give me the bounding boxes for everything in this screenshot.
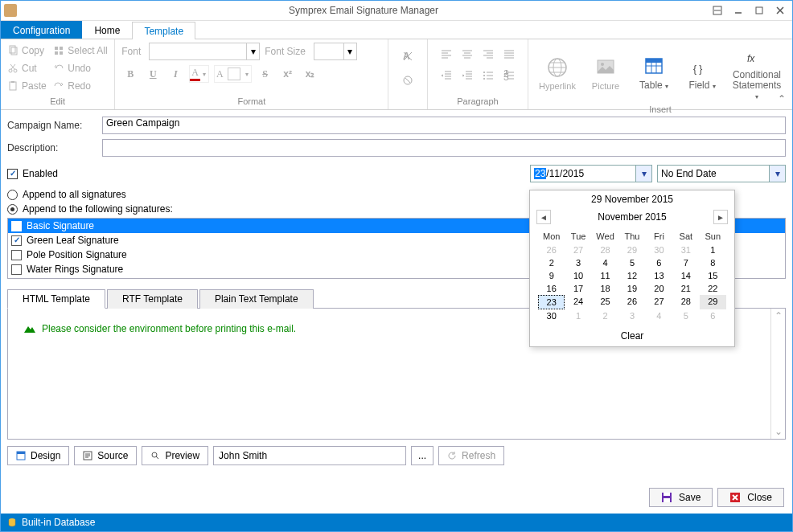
- calendar-day[interactable]: 27: [646, 295, 672, 309]
- number-list-button[interactable]: 123: [500, 67, 518, 84]
- browse-button[interactable]: ...: [411, 446, 433, 465]
- calendar-day[interactable]: 20: [646, 282, 672, 295]
- calendar-day[interactable]: 2: [592, 309, 618, 322]
- calendar-next-button[interactable]: ►: [713, 210, 728, 224]
- tab-html-template[interactable]: HTML Template: [7, 289, 105, 309]
- calendar-day[interactable]: 29: [618, 243, 645, 256]
- close-button[interactable]: Close: [717, 488, 784, 507]
- calendar-day[interactable]: 5: [672, 309, 699, 322]
- end-date-combo[interactable]: No End Date ▾: [657, 165, 786, 182]
- calendar-day[interactable]: 2: [538, 256, 565, 269]
- calendar-day[interactable]: 4: [592, 256, 618, 269]
- tab-home[interactable]: Home: [82, 21, 132, 39]
- calendar-day[interactable]: 14: [672, 269, 699, 282]
- font-combo[interactable]: ▾: [149, 43, 260, 60]
- calendar-day[interactable]: 21: [672, 282, 699, 295]
- start-date-combo[interactable]: 23/11/2015 ▾: [530, 165, 652, 182]
- calendar-day[interactable]: 30: [646, 243, 672, 256]
- table-button[interactable]: Table ▾: [631, 43, 676, 103]
- highlight-color-button[interactable]: A▾: [214, 65, 252, 83]
- clear-format-button[interactable]: A: [399, 47, 417, 65]
- tab-configuration[interactable]: Configuration: [1, 21, 82, 39]
- superscript-button[interactable]: x²: [279, 65, 297, 83]
- calendar-day[interactable]: 9: [538, 269, 565, 282]
- description-input[interactable]: [102, 139, 786, 157]
- maximize-button[interactable]: [750, 3, 768, 18]
- redo-button[interactable]: Redo: [53, 78, 108, 94]
- calendar-day[interactable]: 12: [618, 269, 645, 282]
- calendar-day[interactable]: 10: [565, 269, 591, 282]
- campaign-name-input[interactable]: Green Campaign: [102, 117, 786, 134]
- source-button[interactable]: Source: [74, 446, 137, 465]
- save-button[interactable]: Save: [649, 488, 713, 507]
- strikethrough-button[interactable]: S: [257, 65, 274, 83]
- outdent-button[interactable]: [438, 67, 455, 84]
- chevron-down-icon[interactable]: ▾: [769, 166, 785, 182]
- calendar-day[interactable]: 26: [618, 295, 645, 309]
- calendar-day[interactable]: 30: [538, 309, 565, 322]
- align-justify-button[interactable]: [500, 46, 518, 63]
- list-checkbox[interactable]: [11, 235, 22, 246]
- calendar-day[interactable]: 28: [592, 243, 618, 256]
- calendar-day[interactable]: 1: [565, 309, 591, 322]
- chevron-down-icon[interactable]: ▾: [635, 166, 651, 182]
- calendar-clear-button[interactable]: Clear: [530, 325, 734, 346]
- refresh-button[interactable]: Refresh: [438, 446, 504, 465]
- calendar-day[interactable]: 19: [618, 282, 645, 295]
- clear-button-2[interactable]: [399, 72, 417, 89]
- select-all-button[interactable]: Select All: [53, 43, 108, 59]
- preview-name-input[interactable]: John Smith: [213, 446, 406, 465]
- calendar-day[interactable]: 13: [646, 269, 672, 282]
- append-selected-radio[interactable]: [7, 204, 18, 215]
- calendar-day[interactable]: 27: [565, 243, 591, 256]
- calendar-day[interactable]: 28: [672, 295, 699, 309]
- align-center-button[interactable]: [458, 46, 476, 63]
- align-right-button[interactable]: [479, 46, 497, 63]
- calendar-day[interactable]: 8: [700, 256, 726, 269]
- tab-rtf-template[interactable]: RTF Template: [107, 289, 198, 309]
- font-color-button[interactable]: A▾: [189, 65, 209, 83]
- collapse-ribbon-icon[interactable]: ⌃: [778, 93, 786, 104]
- calendar-day[interactable]: 29: [700, 295, 726, 309]
- italic-button[interactable]: I: [166, 65, 184, 83]
- align-left-button[interactable]: [438, 46, 455, 63]
- list-checkbox[interactable]: [11, 250, 22, 260]
- append-all-radio[interactable]: [7, 190, 18, 200]
- calendar-day[interactable]: 7: [672, 256, 699, 269]
- list-checkbox[interactable]: [11, 264, 22, 275]
- tab-plain-template[interactable]: Plain Text Template: [199, 289, 314, 309]
- ribbon-toggle-icon[interactable]: [709, 3, 726, 18]
- calendar-day[interactable]: 17: [565, 282, 591, 295]
- calendar-day[interactable]: 22: [700, 282, 726, 295]
- indent-button[interactable]: [458, 67, 476, 84]
- calendar-day[interactable]: 24: [565, 295, 591, 309]
- calendar-day[interactable]: 5: [618, 256, 645, 269]
- calendar-day[interactable]: 1: [700, 243, 726, 256]
- list-checkbox[interactable]: [11, 221, 22, 231]
- calendar-prev-button[interactable]: ◄: [536, 210, 551, 224]
- bullet-list-button[interactable]: [479, 67, 497, 84]
- cut-button[interactable]: Cut: [7, 60, 47, 76]
- calendar-day[interactable]: 25: [592, 295, 618, 309]
- calendar-day[interactable]: 16: [538, 282, 565, 295]
- calendar-day[interactable]: 15: [700, 269, 726, 282]
- editor-scrollbar[interactable]: ⌃⌄: [770, 309, 785, 439]
- hyperlink-button[interactable]: Hyperlink: [535, 43, 580, 103]
- paste-button[interactable]: Paste: [7, 78, 47, 94]
- calendar-day[interactable]: 31: [672, 243, 699, 256]
- calendar-day[interactable]: 3: [565, 256, 591, 269]
- enabled-checkbox[interactable]: [7, 169, 18, 179]
- calendar-day[interactable]: 6: [700, 309, 726, 322]
- calendar-day[interactable]: 18: [592, 282, 618, 295]
- calendar-day[interactable]: 11: [592, 269, 618, 282]
- field-button[interactable]: { }Field ▾: [680, 43, 725, 103]
- picture-button[interactable]: Picture: [583, 43, 628, 103]
- preview-button[interactable]: Preview: [142, 446, 208, 465]
- underline-button[interactable]: U: [144, 65, 162, 83]
- calendar-day[interactable]: 4: [646, 309, 672, 322]
- minimize-button[interactable]: [729, 3, 747, 18]
- undo-button[interactable]: Undo: [53, 60, 108, 76]
- calendar-day[interactable]: 3: [618, 309, 645, 322]
- subscript-button[interactable]: x₂: [302, 65, 319, 83]
- bold-button[interactable]: B: [121, 65, 139, 83]
